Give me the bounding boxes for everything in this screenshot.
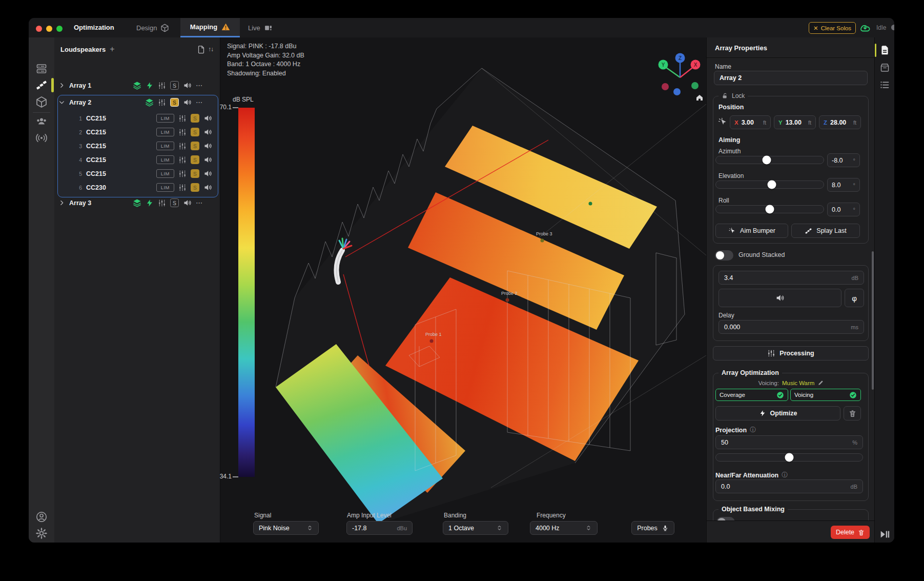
position-x-field[interactable]: X 3.00 ft (730, 115, 771, 129)
delete-button[interactable]: Delete (831, 526, 870, 539)
solo-badge-active[interactable]: S (191, 142, 199, 150)
minimize-window-button[interactable] (46, 26, 52, 32)
processing-sliders-icon[interactable] (158, 98, 166, 107)
solo-badge-active[interactable]: S (170, 98, 179, 107)
solo-badge-active[interactable]: S (191, 183, 199, 192)
chevron-right-icon[interactable] (58, 82, 65, 89)
tab-design[interactable]: Design (136, 24, 169, 32)
speaker-row-5[interactable]: 5 CC215 LIM S (58, 167, 216, 181)
probe-2-dot[interactable] (506, 298, 509, 302)
more-options-icon[interactable]: ⋯ (196, 98, 203, 106)
delay-field[interactable]: 0.000 ms (718, 320, 864, 334)
aim-bumper-button[interactable]: Aim Bumper (715, 224, 788, 238)
processing-sliders-icon[interactable] (178, 184, 187, 192)
near-far-info-icon[interactable]: ⓘ (782, 471, 788, 479)
solo-badge-active[interactable]: S (191, 155, 199, 164)
projection-knob[interactable] (785, 453, 794, 462)
chevron-down-icon[interactable] (58, 99, 65, 106)
mute-button[interactable] (718, 289, 841, 307)
mute-speaker-icon[interactable] (203, 128, 212, 136)
sort-icon[interactable]: ↑↓ (208, 46, 213, 53)
array-row-1[interactable]: Array 1 S ⋯ (58, 78, 216, 92)
ground-stacked-toggle[interactable] (715, 250, 733, 261)
mute-speaker-icon[interactable] (203, 155, 212, 164)
azimuth-knob[interactable] (762, 156, 771, 165)
amp-input-field[interactable]: -17.8 dBu (346, 521, 413, 535)
import-file-icon[interactable] (197, 45, 206, 54)
position-pick-icon[interactable] (717, 117, 728, 127)
mute-speaker-icon[interactable] (183, 98, 192, 107)
solo-badge[interactable]: S (170, 198, 179, 207)
venue-cube-icon[interactable] (35, 96, 48, 108)
account-icon[interactable] (35, 511, 48, 523)
tab-live[interactable]: Live (248, 24, 273, 32)
home-view-icon[interactable] (696, 95, 703, 101)
roll-slider[interactable] (715, 205, 824, 213)
gain-field[interactable]: 3.4 dB (718, 271, 864, 285)
position-y-field[interactable]: Y 13.00 ft (774, 115, 816, 129)
zoom-window-button[interactable] (56, 26, 63, 32)
elevation-knob[interactable] (768, 181, 776, 189)
signal-select[interactable]: Pink Noise (253, 521, 319, 535)
speaker-row-2[interactable]: 2 CC215 LIM S (58, 125, 216, 139)
processing-sliders-icon[interactable] (178, 114, 187, 123)
mute-speaker-icon[interactable] (203, 183, 212, 192)
pencil-icon[interactable] (817, 379, 824, 386)
add-loudspeaker-button[interactable]: + (110, 45, 114, 54)
probe-1-dot[interactable] (430, 339, 434, 343)
azimuth-field[interactable]: -8.0 ° (827, 153, 860, 167)
solo-badge-active[interactable]: S (191, 128, 199, 136)
near-far-field[interactable]: 0.0 dB (715, 479, 863, 493)
optimize-button[interactable]: Optimize (715, 406, 840, 420)
solo-badge[interactable]: S (170, 81, 179, 90)
processing-sliders-icon[interactable] (178, 170, 187, 178)
mute-speaker-icon[interactable] (183, 198, 192, 207)
chevron-right-icon[interactable] (58, 199, 65, 206)
speaker-row-4[interactable]: 4 CC215 LIM S (58, 153, 216, 167)
cloud-sync-icon[interactable] (859, 22, 871, 34)
settings-gear-icon[interactable] (35, 527, 48, 539)
elevation-slider[interactable] (715, 181, 824, 189)
speaker-row-6[interactable]: 6 CC230 LIM S (58, 181, 216, 194)
list-icon[interactable] (879, 79, 890, 90)
solo-badge-active[interactable]: S (191, 169, 199, 178)
solo-badge-active[interactable]: S (191, 114, 199, 123)
banding-select[interactable]: 1 Octave (443, 521, 508, 535)
clear-optimization-button[interactable] (844, 406, 861, 420)
mute-speaker-icon[interactable] (183, 81, 192, 90)
close-window-button[interactable] (36, 26, 42, 32)
position-z-field[interactable]: Z 28.00 ft (819, 115, 861, 129)
voicing-chip[interactable]: Voicing (790, 389, 861, 401)
tab-mapping[interactable]: Mapping (180, 18, 240, 37)
clear-solos-button[interactable]: ✕ Clear Solos (809, 22, 856, 34)
gizmo-neg-y-dot[interactable] (691, 82, 699, 89)
more-options-icon[interactable]: ⋯ (196, 82, 203, 89)
roll-knob[interactable] (766, 205, 774, 214)
3d-scene[interactable]: Probe 1 Probe 2 Probe 3 Y Z X (220, 37, 706, 543)
azimuth-slider[interactable] (715, 156, 824, 164)
speaker-array-icon[interactable] (35, 79, 48, 91)
amp-rack-icon[interactable] (35, 63, 48, 75)
groups-icon[interactable] (35, 115, 48, 128)
processing-sliders-icon[interactable] (178, 156, 187, 164)
polarity-button[interactable]: φ (845, 289, 864, 307)
processing-sliders-icon[interactable] (158, 199, 166, 207)
processing-sliders-icon[interactable] (178, 142, 187, 150)
elevation-field[interactable]: 8.0 ° (827, 178, 860, 192)
array-name-input[interactable] (714, 71, 868, 85)
frequency-select[interactable]: 4000 Hz (530, 521, 598, 535)
broadcast-icon[interactable] (35, 132, 48, 144)
projection-info-icon[interactable]: ⓘ (750, 426, 756, 434)
splay-last-button[interactable]: Splay Last (791, 224, 860, 238)
lock-legend[interactable]: Lock (718, 92, 748, 99)
projection-slider[interactable] (715, 453, 863, 462)
probe-4-dot[interactable] (589, 202, 592, 206)
gizmo-neg-x-dot[interactable] (662, 83, 669, 90)
tab-optimization[interactable]: Optimization (74, 24, 114, 31)
mute-speaker-icon[interactable] (203, 142, 212, 150)
properties-doc-icon[interactable] (879, 45, 890, 55)
panel-scrollbar[interactable] (872, 251, 874, 390)
orientation-gizmo[interactable]: Y Z X (659, 53, 701, 96)
coverage-chip[interactable]: Coverage (715, 389, 788, 401)
mute-speaker-icon[interactable] (203, 169, 212, 178)
